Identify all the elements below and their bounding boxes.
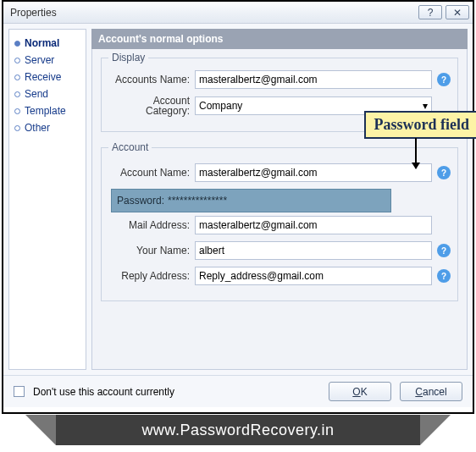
sidebar-item-label: Server (25, 54, 54, 66)
reply-address-row: Reply Address: ? (108, 267, 451, 285)
group-title: Display (108, 52, 148, 63)
account-category-value: Company (199, 100, 242, 112)
main-panel: Account's normal options Display Account… (91, 29, 468, 370)
close-icon: ✕ (453, 7, 462, 19)
ok-rest: K (361, 386, 368, 398)
branding-url: www.PasswordRecovery.in (141, 422, 334, 439)
sidebar-item-template[interactable]: Template (13, 102, 82, 119)
bullet-icon (14, 125, 20, 131)
mail-address-input[interactable] (195, 216, 432, 234)
accounts-name-row: Accounts Name: ? (108, 70, 451, 89)
account-group: Account Password field Account Name: ? P… (101, 147, 458, 301)
window-title: Properties (10, 7, 415, 19)
panel-body: Display Accounts Name: ? Account Categor… (91, 49, 468, 370)
dont-use-checkbox[interactable] (14, 386, 25, 397)
question-icon: ? (428, 7, 434, 19)
group-title: Account (108, 141, 152, 153)
callout-text: Password field (364, 111, 477, 139)
password-label: Password: (117, 195, 164, 207)
sidebar-item-label: Other (25, 122, 50, 134)
dont-use-label: Don't use this account currently (33, 386, 174, 398)
bullet-icon (14, 91, 20, 97)
titlebar-help-button[interactable]: ? (418, 5, 442, 19)
accounts-name-input[interactable] (195, 70, 432, 89)
dialog-window: Properties ? ✕ Normal Server Receive Sen… (2, 0, 474, 414)
password-highlight: Password: *************** (111, 189, 391, 212)
accounts-name-label: Accounts Name: (108, 74, 195, 85)
your-name-label: Your Name: (108, 245, 195, 256)
bullet-icon (14, 41, 20, 47)
help-icon[interactable]: ? (437, 244, 451, 257)
reply-address-input[interactable] (195, 267, 432, 285)
dialog-content: Normal Server Receive Send Template Othe… (3, 24, 473, 375)
cancel-button[interactable]: Cancel (400, 382, 462, 401)
sidebar-item-label: Normal (25, 37, 59, 49)
password-callout: Password field (364, 111, 477, 139)
sidebar-item-label: Receive (25, 71, 61, 83)
panel-heading: Account's normal options (91, 29, 468, 49)
sidebar-item-server[interactable]: Server (13, 52, 82, 69)
chevron-down-icon: ▾ (423, 100, 428, 112)
mail-address-label: Mail Address: (108, 219, 195, 231)
mail-address-row: Mail Address: ? (108, 216, 451, 234)
sidebar-item-label: Send (25, 88, 48, 100)
account-category-label: Account Category: (108, 96, 195, 116)
sidebar-item-other[interactable]: Other (13, 119, 82, 136)
sidebar: Normal Server Receive Send Template Othe… (8, 29, 86, 370)
your-name-row: Your Name: ? (108, 241, 451, 260)
ok-button[interactable]: OK (329, 382, 391, 401)
password-value: *************** (168, 195, 227, 207)
bullet-icon (14, 108, 20, 114)
password-row: Password: *************** (108, 189, 451, 211)
sidebar-item-send[interactable]: Send (13, 85, 82, 102)
bullet-icon (14, 58, 20, 63)
sidebar-item-normal[interactable]: Normal (13, 35, 82, 52)
cancel-rest: ancel (423, 386, 447, 398)
titlebar-close-button[interactable]: ✕ (446, 5, 469, 19)
account-name-row: Account Name: ? (108, 163, 451, 182)
help-icon[interactable]: ? (437, 269, 451, 283)
sidebar-item-label: Template (25, 105, 66, 117)
help-icon[interactable]: ? (437, 166, 451, 179)
titlebar: Properties ? ✕ (3, 2, 473, 24)
account-name-input[interactable] (195, 163, 432, 182)
reply-address-label: Reply Address: (108, 270, 195, 282)
sidebar-item-receive[interactable]: Receive (13, 69, 82, 85)
dialog-footer: Don't use this account currently OK Canc… (3, 375, 473, 407)
your-name-input[interactable] (195, 241, 432, 260)
bullet-icon (14, 74, 20, 80)
arrow-icon (415, 138, 417, 168)
branding-strip: www.PasswordRecovery.in (56, 415, 420, 445)
help-icon[interactable]: ? (437, 73, 451, 86)
account-name-label: Account Name: (108, 167, 195, 179)
